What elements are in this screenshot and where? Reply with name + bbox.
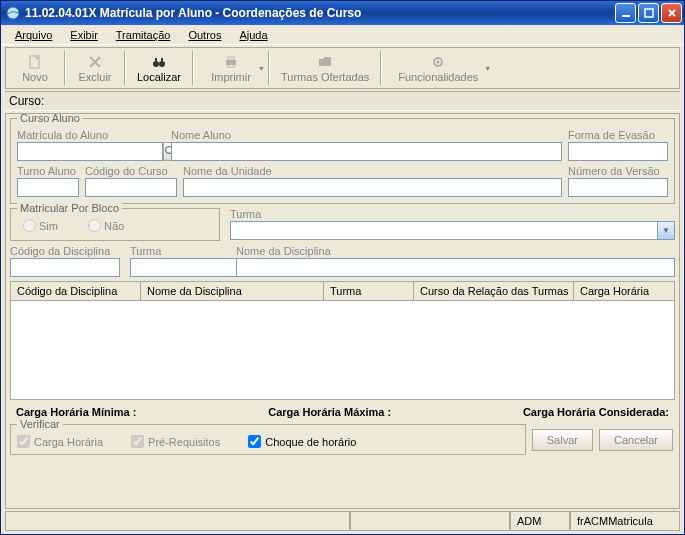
print-icon	[223, 54, 239, 70]
chk-carga-horaria[interactable]: Carga Horária	[17, 435, 103, 448]
toolbar: Novo Excluir Localizar Imprimir ▼	[5, 47, 680, 89]
svg-point-5	[159, 61, 165, 67]
close-button[interactable]	[661, 3, 682, 23]
main-panel: Curso Aluno Matrícula do Aluno	[5, 113, 680, 509]
maximize-button[interactable]	[638, 3, 659, 23]
chk-choque-horario[interactable]: Choque de horário	[248, 435, 356, 448]
svg-rect-9	[228, 57, 234, 60]
col-carga-horaria[interactable]: Carga Horária	[574, 282, 674, 301]
chk-pre-requisitos[interactable]: Pré-Requisitos	[131, 435, 220, 448]
turma-combo-drop[interactable]: ▼	[658, 221, 675, 240]
tool-localizar[interactable]: Localizar	[127, 49, 191, 87]
svg-rect-10	[228, 64, 234, 67]
curso-label-bar: Curso:	[5, 91, 680, 111]
tool-imprimir[interactable]: Imprimir ▼	[195, 49, 267, 87]
matricula-input[interactable]	[17, 142, 163, 161]
disciplina-grid: Código da Disciplina Nome da Disciplina …	[10, 281, 675, 400]
cancelar-button[interactable]: Cancelar	[599, 429, 673, 451]
carga-max-label: Carga Horária Máxima :	[268, 406, 391, 418]
binoculars-icon	[151, 54, 167, 70]
nome-disciplina-input[interactable]	[236, 258, 675, 277]
dropdown-icon: ▼	[484, 65, 491, 72]
tool-funcionalidades[interactable]: Funcionalidades ▼	[383, 49, 493, 87]
window: 11.02.04.01X Matrícula por Aluno - Coord…	[0, 0, 685, 535]
radio-sim[interactable]: Sim	[23, 219, 58, 232]
menu-outros[interactable]: Outros	[180, 27, 229, 43]
group-matricular-bloco: Matricular Por Bloco Sim Não	[10, 208, 220, 241]
group-verificar: Verificar Carga Horária Pré-Requisitos C…	[10, 424, 526, 455]
menu-exibir[interactable]: Exibir	[62, 27, 106, 43]
turma-combo-input[interactable]	[230, 221, 658, 240]
menubar: Arquivo Exibir Tramitação Outros Ajuda	[1, 25, 684, 45]
grid-header: Código da Disciplina Nome da Disciplina …	[11, 282, 674, 301]
status-cell-1	[5, 511, 350, 531]
carga-row: Carga Horária Mínima : Carga Horária Máx…	[10, 404, 675, 420]
svg-rect-6	[155, 58, 157, 61]
svg-point-4	[153, 61, 159, 67]
titlebar: 11.02.04.01X Matrícula por Aluno - Coord…	[1, 1, 684, 25]
svg-rect-7	[161, 58, 163, 61]
group-curso-aluno: Curso Aluno Matrícula do Aluno	[10, 118, 675, 204]
tool-excluir[interactable]: Excluir	[67, 49, 123, 87]
menu-arquivo[interactable]: Arquivo	[7, 27, 60, 43]
tool-novo[interactable]: Novo	[7, 49, 63, 87]
status-adm: ADM	[510, 511, 570, 531]
minimize-button[interactable]	[615, 3, 636, 23]
nome-unidade-input[interactable]	[183, 178, 562, 197]
window-title: 11.02.04.01X Matrícula por Aluno - Coord…	[25, 6, 615, 20]
numero-versao-input[interactable]	[568, 178, 668, 197]
folder-icon	[317, 54, 333, 70]
col-curso-relacao[interactable]: Curso da Relação das Turmas	[414, 282, 574, 301]
col-nome-disciplina[interactable]: Nome da Disciplina	[141, 282, 324, 301]
col-codigo-disciplina[interactable]: Código da Disciplina	[11, 282, 141, 301]
salvar-button[interactable]: Salvar	[532, 429, 593, 451]
codigo-curso-input[interactable]	[85, 178, 177, 197]
codigo-disciplina-input[interactable]	[10, 258, 120, 277]
forma-evasao-input[interactable]	[568, 142, 668, 161]
svg-point-12	[437, 60, 440, 63]
new-icon	[27, 54, 43, 70]
nome-aluno-input[interactable]	[171, 142, 562, 161]
statusbar: ADM frACMMatricula	[5, 511, 680, 531]
status-form: frACMMatricula	[570, 511, 680, 531]
radio-nao[interactable]: Não	[88, 219, 124, 232]
dropdown-icon: ▼	[258, 65, 265, 72]
svg-rect-1	[622, 15, 630, 17]
col-turma[interactable]: Turma	[324, 282, 414, 301]
delete-icon	[87, 54, 103, 70]
grid-body[interactable]	[11, 301, 674, 399]
svg-rect-2	[645, 9, 653, 17]
gear-icon	[430, 54, 446, 70]
carga-cons-label: Carga Horária Considerada:	[523, 406, 669, 418]
turno-aluno-input[interactable]	[17, 178, 79, 197]
app-icon	[5, 5, 21, 21]
menu-ajuda[interactable]: Ajuda	[231, 27, 275, 43]
carga-min-label: Carga Horária Mínima :	[16, 406, 136, 418]
tool-turmas[interactable]: Turmas Ofertadas	[271, 49, 379, 87]
status-cell-2	[350, 511, 510, 531]
menu-tramitacao[interactable]: Tramitação	[108, 27, 179, 43]
